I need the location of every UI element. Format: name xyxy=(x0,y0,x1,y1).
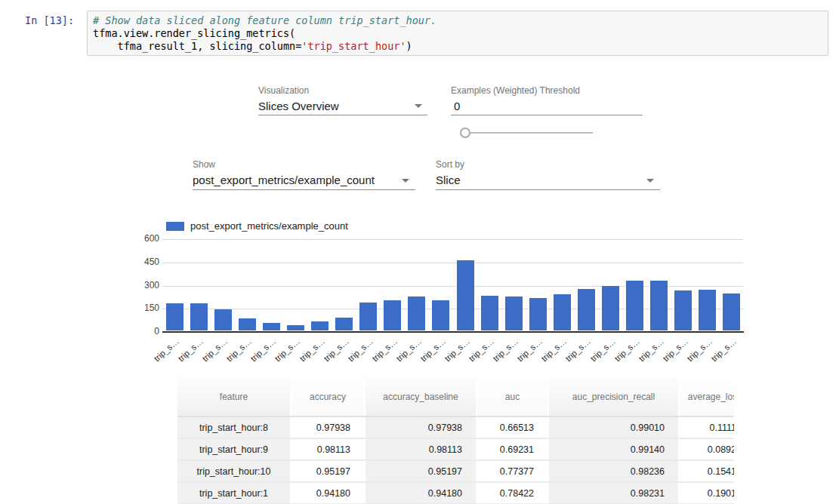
code-comment: # Show data sliced along feature column … xyxy=(93,14,436,26)
column-header[interactable]: auc_precision_recall xyxy=(548,377,679,416)
metric-cell: 0.69231 xyxy=(477,438,548,460)
bar[interactable] xyxy=(457,260,474,330)
y-tick-label: 600 xyxy=(140,233,159,244)
code-line-3: tfma_result_1, slicing_column='trip_star… xyxy=(93,40,412,52)
threshold-label: Examples (Weighted) Threshold xyxy=(451,85,580,96)
show-underline xyxy=(193,189,415,190)
metrics-table: featureaccuracyaccuracy_baselineaucauc_p… xyxy=(177,377,734,504)
threshold-underline xyxy=(451,115,643,115)
bar[interactable] xyxy=(578,289,595,330)
metric-cell: 0.97938 xyxy=(291,416,365,438)
threshold-slider-knob[interactable] xyxy=(460,128,470,138)
chevron-down-icon[interactable] xyxy=(646,179,654,183)
show-metric-dropdown[interactable]: post_export_metrics/example_count xyxy=(193,174,375,186)
bar[interactable] xyxy=(554,294,571,330)
bar[interactable] xyxy=(699,290,716,330)
metric-cell: 0.78422 xyxy=(477,482,548,504)
metric-cell: 0.94180 xyxy=(365,482,477,504)
column-header[interactable]: accuracy_baseline xyxy=(365,377,477,416)
y-tick-label: 150 xyxy=(140,303,159,313)
bar[interactable] xyxy=(311,321,329,330)
threshold-input[interactable]: 0 xyxy=(454,100,460,112)
bar[interactable] xyxy=(239,318,256,330)
feature-cell: trip_start_hour:10 xyxy=(177,460,291,482)
sort-by-dropdown[interactable]: Slice xyxy=(436,174,461,186)
bar[interactable] xyxy=(335,318,353,330)
column-header[interactable]: feature xyxy=(177,377,291,416)
metric-cell: 0.95197 xyxy=(365,460,477,482)
metric-cell: 0.77377 xyxy=(477,460,548,482)
bar[interactable] xyxy=(481,296,498,330)
bar[interactable] xyxy=(287,325,304,330)
bar[interactable] xyxy=(505,297,523,330)
y-tick-label: 300 xyxy=(140,280,159,290)
metric-cell: 0.99010 xyxy=(548,416,679,438)
chevron-down-icon[interactable] xyxy=(415,104,422,108)
metric-cell: 0.1111 xyxy=(679,416,734,438)
feature-cell: trip_start_hour:8 xyxy=(177,416,291,438)
visualization-dropdown[interactable]: Slices Overview xyxy=(258,100,339,112)
metric-cell: 0.98231 xyxy=(548,482,679,504)
bar[interactable] xyxy=(190,303,208,330)
column-header[interactable]: average_loss xyxy=(679,377,734,416)
bar[interactable] xyxy=(723,293,740,330)
legend-label: post_export_metrics/example_count xyxy=(190,220,348,232)
bar[interactable] xyxy=(602,286,619,331)
table-header-row: featureaccuracyaccuracy_baselineaucauc_p… xyxy=(177,377,734,416)
metric-cell: 0.1901 xyxy=(679,482,734,504)
sort-by-label: Sort by xyxy=(436,159,464,170)
code-line-2: tfma.view.render_slicing_metrics( xyxy=(93,27,295,39)
bar[interactable] xyxy=(432,300,449,330)
code-input-area[interactable]: # Show data sliced along feature column … xyxy=(87,11,828,56)
feature-cell: trip_start_hour:1 xyxy=(177,482,291,504)
metric-cell: 0.66513 xyxy=(477,416,548,438)
bar[interactable] xyxy=(408,297,425,330)
cell-prompt: In [13]: xyxy=(25,14,84,26)
gridline xyxy=(162,239,744,240)
show-label: Show xyxy=(193,159,215,170)
metric-cell: 0.97938 xyxy=(365,416,477,438)
bar[interactable] xyxy=(674,290,692,330)
sort-by-underline xyxy=(436,189,660,190)
y-tick-label: 450 xyxy=(140,257,159,267)
column-header[interactable]: accuracy xyxy=(291,377,365,416)
slices-bar-chart: post_export_metrics/example_count 015030… xyxy=(140,217,759,365)
column-header[interactable]: auc xyxy=(477,377,548,416)
code-string-literal: 'trip_start_hour' xyxy=(301,40,406,52)
bar[interactable] xyxy=(529,298,547,330)
bar[interactable] xyxy=(166,303,184,330)
legend-swatch xyxy=(166,222,184,231)
bar[interactable] xyxy=(626,281,643,330)
chevron-down-icon[interactable] xyxy=(402,179,409,183)
bar[interactable] xyxy=(263,323,280,330)
metric-cell: 0.94180 xyxy=(291,482,365,504)
metric-cell: 0.98236 xyxy=(548,460,679,482)
table-row[interactable]: trip_start_hour:10.941800.941800.784220.… xyxy=(177,482,734,504)
metric-cell: 0.95197 xyxy=(291,460,365,482)
plot-area xyxy=(162,239,744,332)
bar[interactable] xyxy=(650,281,668,330)
threshold-slider-track[interactable] xyxy=(470,132,593,134)
feature-cell: trip_start_hour:9 xyxy=(177,438,291,460)
table-row[interactable]: trip_start_hour:100.951970.951970.773770… xyxy=(177,460,734,482)
table-row[interactable]: trip_start_hour:80.979380.979380.665130.… xyxy=(177,416,734,438)
metric-cell: 0.1541 xyxy=(679,460,734,482)
gridline xyxy=(162,263,744,263)
x-axis-baseline xyxy=(162,331,744,333)
bar[interactable] xyxy=(359,303,377,330)
visualization-underline xyxy=(258,115,427,115)
visualization-label: Visualization xyxy=(258,85,309,96)
bar[interactable] xyxy=(384,300,401,330)
metric-cell: 0.98113 xyxy=(365,438,477,460)
y-tick-label: 0 xyxy=(140,326,159,337)
metric-cell: 0.0892 xyxy=(679,438,734,460)
metric-cell: 0.99140 xyxy=(548,438,679,460)
table-row[interactable]: trip_start_hour:90.981130.981130.692310.… xyxy=(177,438,734,460)
bar[interactable] xyxy=(214,309,232,330)
metric-cell: 0.98113 xyxy=(291,438,365,460)
